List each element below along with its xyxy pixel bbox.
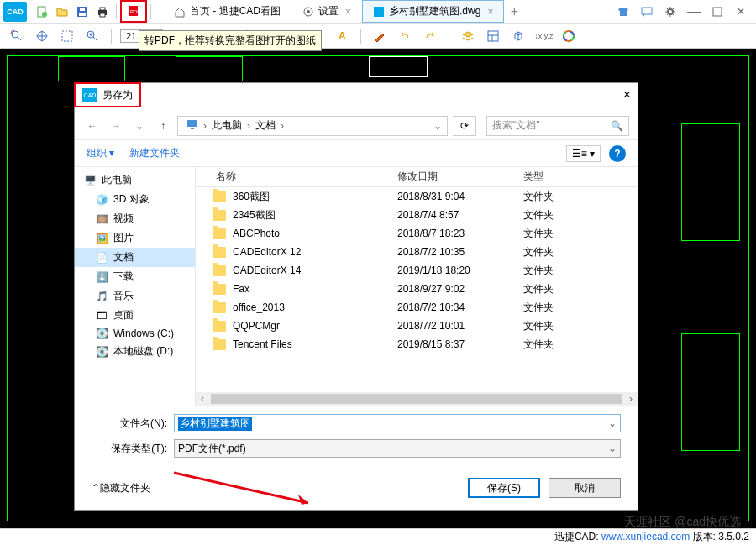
tab-close-icon[interactable]: × [487,6,493,18]
chevron-right-icon[interactable]: › [202,120,208,132]
add-tab-icon[interactable]: + [507,4,522,19]
file-name: 360截图 [233,190,270,204]
zoom-fit-icon[interactable] [9,29,24,44]
home-icon [174,6,186,18]
zoom-in-icon[interactable] [85,29,100,44]
file-date: 2018/8/31 9:04 [397,191,523,202]
sidebar-item[interactable]: 🎵音乐 [75,286,195,306]
chevron-right-icon[interactable]: › [279,120,286,132]
breadcrumb-item[interactable]: 此电脑 [208,118,245,133]
scroll-thumb[interactable] [211,394,622,404]
save-button[interactable]: 保存(S) [468,478,540,498]
folder-type-icon: ⬇️ [95,271,108,283]
folder-type-icon: 🎵 [95,291,108,302]
column-name[interactable]: 名称 [196,170,397,184]
sidebar-item[interactable]: 📄文档 [75,248,195,267]
minimize-icon[interactable]: — [686,4,701,19]
open-folder-icon[interactable] [55,4,70,19]
text-icon[interactable]: A [334,29,349,44]
file-row[interactable]: office_20132018/7/2 10:34文件夹 [196,298,638,317]
tab-home[interactable]: 首页 - 迅捷CAD看图 [163,0,291,23]
layers-icon[interactable] [460,29,475,44]
file-row[interactable]: ABCPhoto2018/8/7 18:23文件夹 [196,224,638,243]
file-row[interactable]: 2345截图2018/7/4 8:57文件夹 [196,206,638,224]
zoom-window-icon[interactable] [60,29,75,44]
new-folder-button[interactable]: 新建文件夹 [129,146,180,160]
file-row[interactable]: 360截图2018/8/31 9:04文件夹 [196,187,638,206]
hide-folders-toggle[interactable]: ⌃ 隐藏文件夹 [92,481,150,495]
sidebar-item-label: 图片 [113,231,134,245]
feedback-icon[interactable] [639,4,654,19]
xyz-icon[interactable]: ↓x,y,z [536,29,551,44]
file-row[interactable]: CADEditorX 122018/7/2 10:35文件夹 [196,243,638,261]
file-date: 2019/8/15 8:37 [397,338,523,350]
chevron-down-icon[interactable]: ⌄ [608,443,617,454]
filename-input[interactable]: 乡村别墅建筑图 ⌄ [174,414,621,432]
dialog-close-icon[interactable]: × [617,87,638,102]
sidebar-item[interactable]: 🎞️视频 [75,209,195,228]
maximize-icon[interactable] [710,4,725,19]
cancel-button[interactable]: 取消 [549,478,621,498]
folder-icon [213,284,226,295]
breadcrumb-item[interactable]: 文档 [252,118,279,133]
folder-type-icon: 🧊 [95,194,108,206]
sidebar-item[interactable]: 🖼️图片 [75,228,195,248]
tab-settings[interactable]: 设置 × [291,0,362,23]
pan-icon[interactable] [34,29,50,44]
color-wheel-icon[interactable] [561,29,576,44]
undo-icon[interactable] [397,29,412,44]
column-date[interactable]: 修改日期 [397,170,523,184]
organize-menu[interactable]: 组织 ▾ [87,146,114,160]
save-icon[interactable] [75,4,90,19]
nav-up-icon[interactable]: ↑ [154,117,172,135]
breadcrumb[interactable]: › 此电脑 › 文档 › ⌄ [177,116,448,136]
scroll-left-icon[interactable]: ‹ [196,393,209,405]
nav-back-icon[interactable]: ← [83,117,102,135]
file-name: 2345截图 [233,208,276,223]
chevron-down-icon[interactable]: ⌄ [608,417,617,429]
dialog-logo-icon: CAD [82,88,97,102]
3d-box-icon[interactable] [511,29,526,44]
website-link[interactable]: www.xunjiecad.com [601,531,690,542]
file-row[interactable]: Tencent Files2019/8/15 8:37文件夹 [196,335,638,354]
sidebar-item[interactable]: 🖥️此电脑 [75,170,195,190]
file-row[interactable]: CADEditorX 142019/1/18 18:20文件夹 [196,261,638,280]
nav-recent-icon[interactable]: ⌄ [130,117,149,135]
search-input[interactable]: 搜索"文档" 🔍 [486,116,629,136]
horizontal-scrollbar[interactable]: ‹ › [196,392,638,406]
layout-icon[interactable] [486,29,501,44]
file-list[interactable]: 360截图2018/8/31 9:04文件夹2345截图2018/7/4 8:5… [196,187,638,392]
folder-type-icon: 🖥️ [83,175,97,186]
scroll-right-icon[interactable]: › [624,393,638,405]
file-type: 文件夹 [523,245,591,259]
sidebar-item[interactable]: 💽本地磁盘 (D:) [75,342,195,361]
sidebar-item[interactable]: 💽Windows (C:) [75,325,195,342]
filetype-select[interactable]: PDF文件(*.pdf) ⌄ [174,439,621,458]
close-window-icon[interactable]: × [733,4,748,19]
chevron-right-icon[interactable]: › [245,120,252,132]
skin-icon[interactable] [616,4,631,19]
settings-gear-icon[interactable] [663,4,678,19]
tab-document[interactable]: 乡村别墅建筑图.dwg × [362,0,504,23]
view-mode-button[interactable]: ☰≡ ▾ [566,145,601,162]
new-file-icon[interactable] [34,4,50,19]
file-row[interactable]: QQPCMgr2018/7/2 10:01文件夹 [196,317,638,335]
tab-close-icon[interactable]: × [345,6,351,18]
sidebar-item[interactable]: ⬇️下载 [75,267,195,286]
file-row[interactable]: Fax2018/9/27 9:02文件夹 [196,280,638,298]
column-type[interactable]: 类型 [523,170,591,184]
print-icon[interactable] [95,4,110,19]
file-type: 文件夹 [523,319,591,333]
svg-point-1 [42,12,47,17]
file-type: 文件夹 [523,227,591,241]
export-pdf-icon[interactable]: PDF [126,3,141,18]
help-icon[interactable]: ? [609,145,626,162]
redo-icon[interactable] [423,29,438,44]
file-name: CADEditorX 14 [233,265,301,276]
refresh-icon[interactable]: ⟳ [453,116,476,136]
breadcrumb-dropdown-icon[interactable]: ⌄ [433,120,442,132]
sidebar-item[interactable]: 🗔桌面 [75,306,195,325]
draw-pen-icon[interactable] [372,29,387,44]
sidebar-item[interactable]: 🧊3D 对象 [75,190,195,209]
file-name: Tencent Files [233,338,292,350]
